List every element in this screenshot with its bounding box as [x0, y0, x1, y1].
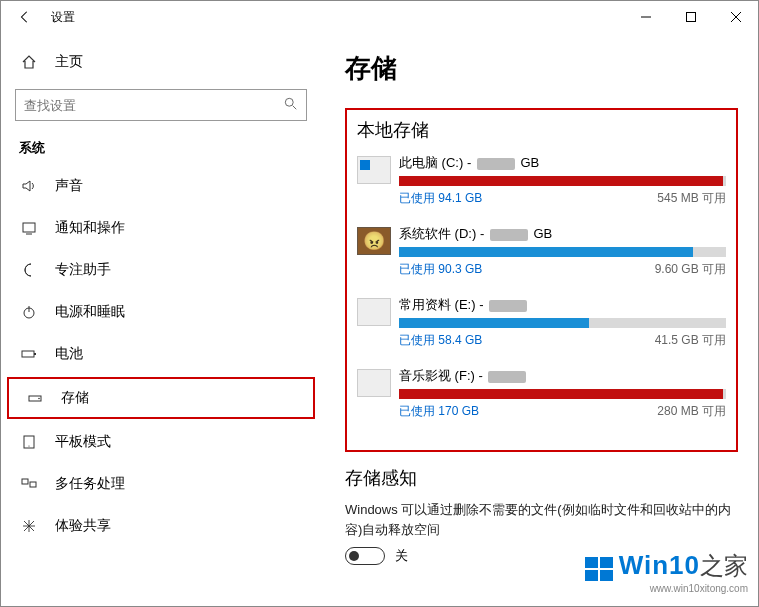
storage-icon [25, 390, 45, 406]
sidebar-item-label: 专注助手 [55, 261, 111, 279]
sound-icon [19, 178, 39, 194]
page-title: 存储 [345, 51, 738, 86]
free-label: 41.5 GB 可用 [655, 332, 726, 349]
sidebar-item-label: 声音 [55, 177, 83, 195]
sidebar-item-storage[interactable]: 存储 [7, 377, 315, 419]
tablet-icon [19, 434, 39, 450]
moon-icon [19, 262, 39, 278]
sidebar-item-sound[interactable]: 声音 [1, 165, 321, 207]
winlogo-icon [585, 557, 615, 583]
sidebar-item-label: 电源和睡眠 [55, 303, 125, 321]
drive-icon [357, 227, 391, 255]
search-input[interactable] [24, 98, 284, 113]
sidebar-item-label: 平板模式 [55, 433, 111, 451]
drive-row[interactable]: 音乐影视 (F:) - 已使用 170 GB280 MB 可用 [357, 367, 726, 420]
drive-row[interactable]: 系统软件 (D:) - GB已使用 90.3 GB9.60 GB 可用 [357, 225, 726, 278]
sidebar-item-multitask[interactable]: 多任务处理 [1, 463, 321, 505]
drive-title: 系统软件 (D:) - GB [399, 225, 726, 243]
storage-sense-heading: 存储感知 [345, 466, 738, 490]
home-icon [19, 54, 39, 70]
sidebar-item-battery[interactable]: 电池 [1, 333, 321, 375]
sidebar-item-notify[interactable]: 通知和操作 [1, 207, 321, 249]
back-button[interactable] [9, 1, 41, 33]
sidebar-item-label: 多任务处理 [55, 475, 125, 493]
drive-row[interactable]: 常用资料 (E:) - 已使用 58.4 GB41.5 GB 可用 [357, 296, 726, 349]
notify-icon [19, 220, 39, 236]
drive-title: 常用资料 (E:) - [399, 296, 726, 314]
svg-point-12 [38, 398, 40, 400]
sidebar-item-share[interactable]: 体验共享 [1, 505, 321, 547]
sidebar-home[interactable]: 主页 [1, 45, 321, 79]
svg-point-14 [28, 445, 29, 446]
free-label: 280 MB 可用 [657, 403, 726, 420]
drive-row[interactable]: 此电脑 (C:) - GB已使用 94.1 GB545 MB 可用 [357, 154, 726, 207]
free-label: 545 MB 可用 [657, 190, 726, 207]
maximize-button[interactable] [668, 1, 713, 33]
usage-bar [399, 176, 726, 186]
used-label: 已使用 58.4 GB [399, 332, 482, 349]
drive-icon [357, 298, 391, 326]
storage-sense-desc: Windows 可以通过删除不需要的文件(例如临时文件和回收站中的内容)自动释放… [345, 500, 738, 539]
close-button[interactable] [713, 1, 758, 33]
main-panel: 存储 本地存储 此电脑 (C:) - GB已使用 94.1 GB545 MB 可… [321, 33, 758, 606]
sidebar: 主页 系统 声音通知和操作专注助手电源和睡眠电池存储平板模式多任务处理体验共享 [1, 33, 321, 606]
used-label: 已使用 90.3 GB [399, 261, 482, 278]
drive-icon [357, 156, 391, 184]
sidebar-item-label: 体验共享 [55, 517, 111, 535]
drive-title: 此电脑 (C:) - GB [399, 154, 726, 172]
minimize-button[interactable] [623, 1, 668, 33]
sidebar-item-moon[interactable]: 专注助手 [1, 249, 321, 291]
window-title: 设置 [51, 9, 75, 26]
sidebar-item-label: 存储 [61, 389, 89, 407]
drive-title: 音乐影视 (F:) - [399, 367, 726, 385]
used-label: 已使用 94.1 GB [399, 190, 482, 207]
svg-rect-6 [23, 223, 35, 232]
svg-rect-10 [34, 353, 36, 355]
svg-rect-16 [30, 482, 36, 487]
usage-bar [399, 318, 726, 328]
toggle-label: 关 [395, 547, 408, 565]
sidebar-item-label: 电池 [55, 345, 83, 363]
section-heading: 系统 [1, 139, 321, 165]
svg-line-5 [293, 105, 297, 109]
multitask-icon [19, 476, 39, 492]
svg-rect-15 [22, 479, 28, 484]
search-icon [284, 97, 298, 114]
used-label: 已使用 170 GB [399, 403, 479, 420]
local-storage-heading: 本地存储 [357, 118, 726, 142]
free-label: 9.60 GB 可用 [655, 261, 726, 278]
watermark: Win10之家 www.win10xitong.com [585, 550, 748, 594]
local-storage-section: 本地存储 此电脑 (C:) - GB已使用 94.1 GB545 MB 可用系统… [345, 108, 738, 452]
storage-sense-toggle[interactable] [345, 547, 385, 565]
svg-point-4 [285, 98, 293, 106]
power-icon [19, 304, 39, 320]
sidebar-item-power[interactable]: 电源和睡眠 [1, 291, 321, 333]
home-label: 主页 [55, 53, 83, 71]
battery-icon [19, 346, 39, 362]
usage-bar [399, 389, 726, 399]
search-input-wrap[interactable] [15, 89, 307, 121]
share-icon [19, 518, 39, 534]
svg-rect-9 [22, 351, 34, 357]
sidebar-item-label: 通知和操作 [55, 219, 125, 237]
sidebar-item-tablet[interactable]: 平板模式 [1, 421, 321, 463]
svg-rect-1 [686, 13, 695, 22]
drive-icon [357, 369, 391, 397]
usage-bar [399, 247, 726, 257]
